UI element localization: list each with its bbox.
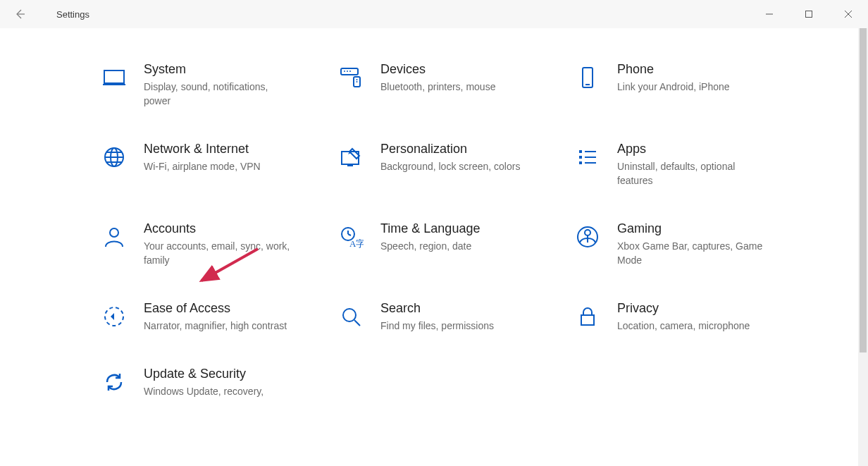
svg-rect-1 — [806, 11, 812, 18]
ease-of-access-icon — [99, 301, 130, 332]
back-button[interactable] — [0, 0, 39, 28]
svg-point-11 — [356, 79, 358, 80]
update-icon — [99, 367, 130, 398]
category-apps[interactable]: Apps Uninstall, defaults, optional featu… — [572, 140, 783, 188]
close-icon — [844, 10, 852, 18]
category-title: Phone — [617, 61, 730, 78]
window-title: Settings — [39, 9, 89, 20]
category-subtitle: Windows Update, recovery, — [144, 384, 264, 398]
svg-rect-24 — [579, 161, 582, 164]
category-subtitle: Narrator, magnifier, high contrast — [144, 319, 287, 333]
category-subtitle: Uninstall, defaults, optional features — [617, 159, 765, 188]
category-subtitle: Location, camera, microphone — [617, 319, 750, 333]
minimize-icon — [765, 10, 774, 18]
category-phone[interactable]: Phone Link your Android, iPhone — [572, 61, 783, 108]
category-devices[interactable]: Devices Bluetooth, printers, mouse — [335, 61, 547, 108]
category-title: System — [144, 61, 292, 78]
minimize-button[interactable] — [750, 0, 789, 28]
titlebar: Settings — [0, 0, 868, 28]
svg-point-34 — [585, 230, 590, 235]
globe-icon — [99, 142, 130, 173]
scrollbar-thumb[interactable] — [860, 28, 867, 352]
category-subtitle: Speech, region, date — [380, 239, 480, 253]
apps-icon — [572, 142, 603, 173]
category-system[interactable]: System Display, sound, notifications, po… — [99, 61, 310, 108]
category-title: Gaming — [617, 220, 765, 237]
svg-text:A字: A字 — [349, 238, 364, 249]
svg-rect-22 — [579, 150, 582, 153]
svg-point-37 — [343, 309, 356, 321]
category-time-language[interactable]: A字 Time & Language Speech, region, date — [335, 220, 547, 267]
category-accounts[interactable]: Accounts Your accounts, email, sync, wor… — [99, 220, 310, 267]
category-network[interactable]: Network & Internet Wi-Fi, airplane mode,… — [99, 140, 310, 188]
person-icon — [99, 221, 130, 252]
svg-point-12 — [356, 81, 358, 82]
time-language-icon: A字 — [335, 221, 366, 252]
category-title: Update & Security — [144, 365, 264, 382]
svg-line-38 — [354, 320, 360, 326]
category-title: Devices — [380, 61, 495, 78]
category-subtitle: Wi-Fi, airplane mode, VPN — [144, 159, 261, 173]
category-title: Ease of Access — [144, 300, 287, 317]
category-subtitle: Find my files, permissions — [380, 319, 494, 333]
category-title: Network & Internet — [144, 140, 261, 157]
search-icon — [335, 301, 366, 332]
scrollbar[interactable] — [858, 28, 868, 466]
category-title: Privacy — [617, 300, 750, 317]
system-icon — [99, 62, 130, 93]
category-update-security[interactable]: Update & Security Windows Update, recove… — [99, 365, 310, 398]
lock-icon — [572, 301, 603, 332]
category-subtitle: Xbox Game Bar, captures, Game Mode — [617, 239, 765, 267]
category-personalization[interactable]: Personalization Background, lock screen,… — [335, 140, 547, 188]
category-subtitle: Link your Android, iPhone — [617, 80, 730, 94]
svg-rect-39 — [581, 315, 594, 325]
category-subtitle: Display, sound, notifications, power — [144, 80, 292, 108]
category-title: Search — [380, 300, 494, 317]
category-ease-of-access[interactable]: Ease of Access Narrator, magnifier, high… — [99, 300, 310, 333]
category-title: Personalization — [380, 140, 520, 157]
category-title: Apps — [617, 140, 765, 157]
svg-point-28 — [110, 228, 118, 237]
category-gaming[interactable]: Gaming Xbox Game Bar, captures, Game Mod… — [572, 220, 783, 267]
category-title: Accounts — [144, 220, 292, 237]
svg-rect-23 — [579, 156, 582, 159]
svg-rect-4 — [104, 70, 124, 83]
maximize-icon — [805, 10, 813, 18]
personalization-icon — [335, 142, 366, 173]
category-subtitle: Your accounts, email, sync, work, family — [144, 239, 292, 267]
phone-icon — [572, 62, 603, 93]
arrow-left-icon — [14, 8, 25, 20]
svg-line-31 — [348, 234, 351, 235]
maximize-button[interactable] — [789, 0, 829, 28]
category-privacy[interactable]: Privacy Location, camera, microphone — [572, 300, 783, 333]
category-subtitle: Bluetooth, printers, mouse — [380, 80, 495, 94]
gaming-icon — [572, 221, 603, 252]
category-search[interactable]: Search Find my files, permissions — [335, 300, 547, 333]
devices-icon — [335, 62, 366, 93]
category-title: Time & Language — [380, 220, 480, 237]
category-subtitle: Background, lock screen, colors — [380, 159, 520, 173]
close-button[interactable] — [829, 0, 868, 28]
